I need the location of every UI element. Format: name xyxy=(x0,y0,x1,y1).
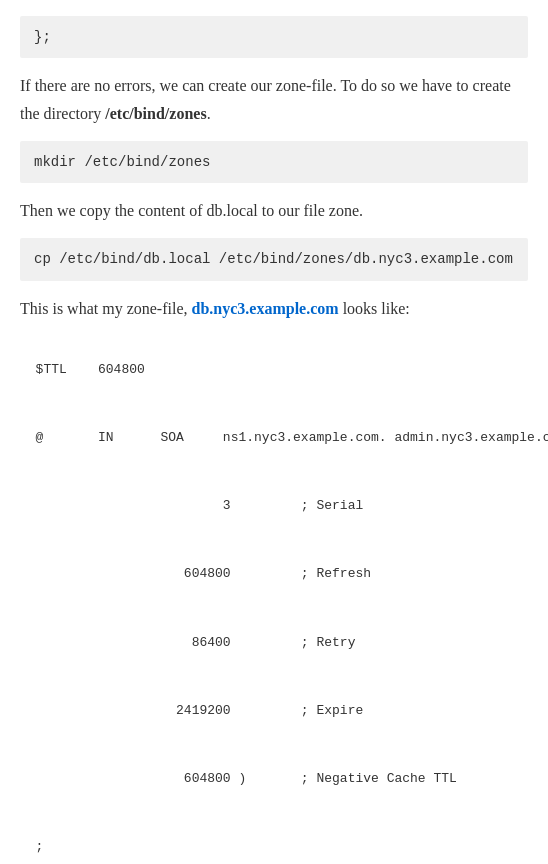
intro-paragraph: If there are no errors, we can create ou… xyxy=(20,72,528,126)
mkdir-code-block: mkdir /etc/bind/zones xyxy=(20,141,528,183)
zone-file-intro-pre: This is what my zone-file, xyxy=(20,300,192,317)
intro-text-period: . xyxy=(207,105,211,122)
expire-line: 2419200 ; Expire xyxy=(36,703,364,718)
zone-file-intro-post: looks like: xyxy=(339,300,410,317)
cp-code-block: cp /etc/bind/db.local /etc/bind/zones/db… xyxy=(20,238,528,280)
zone-file-link[interactable]: db.nyc3.example.com xyxy=(192,300,339,317)
ttl-line: $TTL 604800 xyxy=(36,362,145,377)
refresh-line: 604800 ; Refresh xyxy=(36,566,371,581)
zone-file-block: $TTL 604800 @ IN SOA ns1.nyc3.example.co… xyxy=(20,336,528,864)
zone-file-intro: This is what my zone-file, db.nyc3.examp… xyxy=(20,295,528,322)
retry-line: 86400 ; Retry xyxy=(36,635,356,650)
close-semicolon: ; xyxy=(36,839,44,854)
serial-line: 3 ; Serial xyxy=(36,498,364,513)
closing-brace-code: }; xyxy=(20,16,528,58)
copy-paragraph: Then we copy the content of db.local to … xyxy=(20,197,528,224)
negative-cache-line: 604800 ) ; Negative Cache TTL xyxy=(36,771,457,786)
bold-path: /etc/bind/zones xyxy=(105,105,206,122)
intro-text-pre: If there are no errors, we can create ou… xyxy=(20,77,511,121)
soa-line: @ IN SOA ns1.nyc3.example.com. admin.nyc… xyxy=(36,430,548,445)
